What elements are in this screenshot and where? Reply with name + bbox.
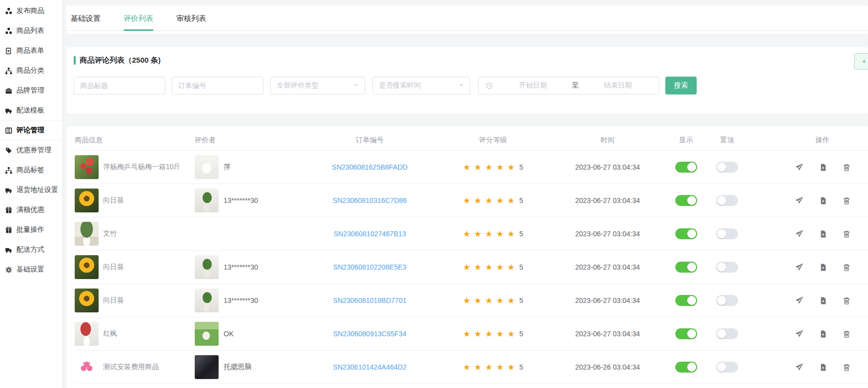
reviewer-cell: OK	[192, 322, 304, 346]
product-image	[75, 222, 99, 246]
show-toggle[interactable]	[675, 295, 697, 306]
order-number-link[interactable]: SN2306080913C95F34	[333, 330, 406, 338]
show-toggle[interactable]	[675, 195, 697, 206]
reply-send-icon[interactable]	[795, 296, 804, 305]
sidebar-item-comment-management[interactable]: 评论管理	[0, 120, 62, 140]
pin-toggle[interactable]	[716, 262, 738, 273]
product-cell: 萍杨梅乒乓杨梅一箱10斤	[75, 155, 192, 179]
reply-send-icon[interactable]	[795, 196, 804, 205]
reviewer-cell: 萍	[192, 155, 304, 179]
order-number-link[interactable]: SN2306101424A464D2	[333, 363, 407, 371]
product-cell: 测试安装费用商品	[75, 355, 192, 379]
product-title: 文竹	[103, 229, 117, 238]
sidebar-item-delivery-template[interactable]: 配送模板	[0, 100, 62, 120]
review-time: 2023-06-27 03:04:34	[550, 230, 665, 238]
order-number-link[interactable]: SN230608102208E5E3	[333, 263, 406, 271]
sidebar-item-batch-operations[interactable]: 批量操作	[0, 220, 62, 240]
reply-send-icon[interactable]	[795, 229, 804, 238]
reply-send-icon[interactable]	[795, 263, 804, 272]
review-type-select[interactable]: 全部评价类型	[270, 77, 365, 95]
sidebar-item-publish-product[interactable]: 发布商品	[0, 1, 62, 21]
pin-toggle[interactable]	[716, 295, 738, 306]
reviewer-avatar	[195, 289, 219, 312]
order-number-link[interactable]: SN23060810316C7D86	[333, 196, 407, 204]
pin-toggle[interactable]	[716, 162, 738, 173]
active-tab-underline	[124, 29, 153, 31]
order-number-link[interactable]: SN2306081027467B13	[334, 230, 406, 238]
delete-trash-icon[interactable]	[843, 330, 851, 338]
app-window: 发布商品 商品列表 商品表单 商品分类 品牌管理 配送模板 评论管理 优惠券管	[0, 0, 868, 388]
delete-trash-icon[interactable]	[843, 163, 851, 172]
toggle-knob	[687, 196, 696, 205]
add-comment-button[interactable]: + 新增	[854, 53, 868, 70]
search-time-select[interactable]: 是否搜索时间	[372, 77, 470, 95]
delete-trash-icon[interactable]	[843, 196, 851, 205]
show-toggle[interactable]	[675, 162, 697, 173]
sidebar-item-basic-settings[interactable]: 基础设置	[0, 260, 62, 280]
review-time: 2023-06-27 03:04:34	[550, 196, 665, 204]
reviewer-avatar	[195, 255, 219, 279]
show-toggle[interactable]	[675, 262, 697, 273]
reviewer-name: 13*******30	[224, 296, 258, 304]
sidebar-item-label: 评论管理	[16, 126, 44, 135]
copy-add-file-icon[interactable]	[819, 196, 827, 205]
delete-trash-icon[interactable]	[843, 230, 851, 238]
pin-toggle[interactable]	[716, 228, 738, 239]
reply-send-icon[interactable]	[795, 363, 804, 372]
tab-basic-settings[interactable]: 基础设置	[71, 14, 101, 30]
reviewer-avatar	[195, 155, 219, 179]
rating-value: 5	[519, 330, 523, 338]
pin-toggle[interactable]	[716, 328, 738, 339]
tag-icon	[4, 146, 12, 154]
sidebar-item-label: 商品表单	[16, 46, 44, 55]
sidebar-item-product-tags[interactable]: 商品标签	[0, 160, 62, 180]
tab-review-list[interactable]: 评价列表	[124, 14, 153, 30]
sidebar-item-product-form[interactable]: 商品表单	[0, 41, 62, 61]
pin-toggle[interactable]	[716, 362, 738, 373]
sidebar-item-delivery-method[interactable]: 配送方式	[0, 240, 62, 260]
columns-icon	[4, 126, 12, 134]
order-number-link[interactable]: SN2306081625B8FADD	[332, 163, 408, 171]
reviewer-avatar	[195, 322, 219, 346]
reply-send-icon[interactable]	[795, 329, 804, 338]
panel-title-row: 商品评论列表（2500 条)	[74, 54, 868, 66]
toggle-knob	[717, 163, 726, 172]
copy-add-file-icon[interactable]	[819, 230, 827, 238]
delete-trash-icon[interactable]	[843, 296, 851, 305]
show-toggle[interactable]	[675, 228, 697, 239]
delete-trash-icon[interactable]	[843, 263, 851, 272]
sidebar-item-return-address-settings[interactable]: 退货地址设置	[0, 180, 62, 200]
table-row: 向日葵 13*******30 SN230608102208E5E3 ★★★★★…	[75, 251, 868, 284]
sidebar-item-full-discount[interactable]: 满额优惠	[0, 200, 62, 220]
sidebar-item-product-category[interactable]: 商品分类	[0, 61, 62, 81]
sidebar-item-brand-management[interactable]: 品牌管理	[0, 81, 62, 100]
pin-toggle[interactable]	[716, 195, 738, 206]
star-rating-icons: ★★★★★	[463, 330, 518, 338]
sidebar-item-product-list[interactable]: 商品列表	[0, 21, 62, 41]
copy-add-file-icon[interactable]	[819, 163, 827, 172]
show-toggle[interactable]	[675, 362, 697, 373]
product-title-input[interactable]	[74, 77, 165, 95]
show-toggle[interactable]	[675, 328, 697, 339]
sidebar-item-label: 商品标签	[16, 166, 44, 175]
main-content: 基础设置 评价列表 审核列表 商品评论列表（2500 条) + 新增	[63, 0, 868, 388]
star-rating-icons: ★★★★★	[463, 363, 518, 372]
date-range-picker[interactable]: 开始日期 至 结束日期	[478, 77, 659, 95]
order-number-link[interactable]: SN2306081018BD7701	[333, 296, 407, 304]
review-time: 2023-06-27 03:04:34	[550, 330, 665, 338]
reply-send-icon[interactable]	[795, 163, 804, 172]
search-time-placeholder: 是否搜索时间	[379, 81, 421, 90]
tab-audit-list[interactable]: 审核列表	[176, 14, 206, 30]
search-button[interactable]: 搜索	[665, 77, 697, 95]
rating-value: 5	[519, 196, 523, 204]
toggle-knob	[717, 196, 726, 205]
copy-add-file-icon[interactable]	[819, 263, 827, 272]
delete-trash-icon[interactable]	[843, 363, 851, 372]
product-image	[75, 255, 99, 279]
copy-add-file-icon[interactable]	[819, 363, 827, 372]
copy-add-file-icon[interactable]	[819, 296, 827, 305]
order-number-input[interactable]	[172, 77, 263, 95]
sidebar-item-coupon-management[interactable]: 优惠券管理	[0, 140, 62, 160]
product-title: 萍杨梅乒乓杨梅一箱10斤	[103, 163, 181, 172]
copy-add-file-icon[interactable]	[819, 330, 827, 338]
